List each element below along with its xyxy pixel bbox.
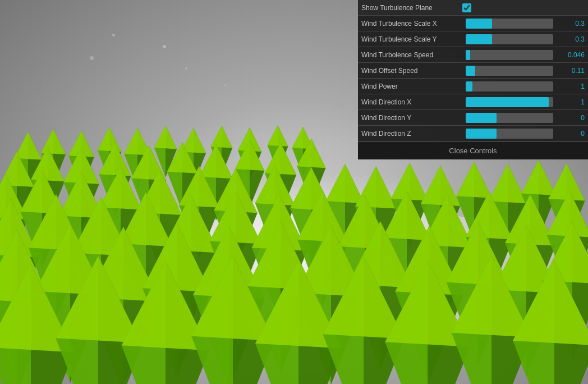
svg-marker-24 xyxy=(211,126,233,148)
slider-label-1: Wind Turbulence Scale Y xyxy=(361,35,462,43)
slider-value-1: 0.3 xyxy=(557,35,585,43)
slider-row-0: Wind Turbulence Scale X0.3 xyxy=(358,16,588,31)
slider-value-6: 0 xyxy=(557,114,585,122)
svg-marker-111 xyxy=(521,160,556,195)
show-turbulence-checkbox[interactable] xyxy=(462,3,471,12)
slider-value-4: 1 xyxy=(557,83,585,90)
show-turbulence-label: Show Turbulence Plane xyxy=(361,4,462,12)
slider-value-5: 1 xyxy=(557,98,585,106)
slider-area-4[interactable] xyxy=(466,81,553,92)
svg-marker-108 xyxy=(489,164,527,203)
slider-label-3: Wind Offset Speed xyxy=(361,67,462,75)
slider-row-1: Wind Turbulence Scale Y0.3 xyxy=(358,31,588,47)
slider-area-7[interactable] xyxy=(466,128,553,139)
svg-marker-57 xyxy=(235,140,265,171)
svg-marker-105 xyxy=(456,162,491,198)
svg-marker-114 xyxy=(548,163,585,201)
slider-area-3[interactable] xyxy=(466,65,553,76)
slider-label-2: Wind Turbolence Speed xyxy=(361,51,462,59)
slider-row-3: Wind Offset Speed0.11 xyxy=(358,63,588,79)
slider-area-1[interactable] xyxy=(466,34,553,45)
slider-row-6: Wind Direction Y0 xyxy=(358,110,588,126)
slider-area-2[interactable] xyxy=(466,49,553,61)
slider-row-5: Wind Direction X1 xyxy=(358,94,588,110)
slider-area-5[interactable] xyxy=(466,97,553,108)
control-panel: Show Turbulence Plane Wind Turbulence Sc… xyxy=(358,0,588,159)
slider-row-2: Wind Turbolence Speed0.046 xyxy=(358,47,588,63)
slider-label-5: Wind Direction X xyxy=(361,98,462,106)
svg-marker-99 xyxy=(391,163,428,201)
slider-label-0: Wind Turbulence Scale X xyxy=(361,20,462,28)
svg-marker-12 xyxy=(98,127,121,152)
slider-area-0[interactable] xyxy=(466,18,553,29)
show-turbulence-row: Show Turbulence Plane xyxy=(358,0,588,16)
svg-marker-30 xyxy=(268,125,288,147)
svg-marker-102 xyxy=(421,166,460,206)
slider-area-6[interactable] xyxy=(466,112,553,124)
svg-marker-6 xyxy=(41,129,66,154)
slider-value-2: 0.046 xyxy=(557,51,585,59)
slider-label-7: Wind Direction Z xyxy=(361,130,462,138)
slider-label-4: Wind Power xyxy=(361,83,462,90)
slider-value-7: 0 xyxy=(557,130,585,138)
slider-value-0: 0.3 xyxy=(557,20,585,28)
slider-rows: Wind Turbulence Scale X0.3Wind Turbulenc… xyxy=(358,16,588,141)
slider-value-3: 0.11 xyxy=(557,67,585,75)
svg-marker-18 xyxy=(154,126,177,149)
close-controls-button[interactable]: Close Controls xyxy=(358,141,588,159)
slider-row-7: Wind Direction Z0 xyxy=(358,126,588,141)
svg-marker-93 xyxy=(326,164,365,203)
slider-label-6: Wind Direction Y xyxy=(361,114,462,122)
slider-row-4: Wind Power1 xyxy=(358,79,588,94)
